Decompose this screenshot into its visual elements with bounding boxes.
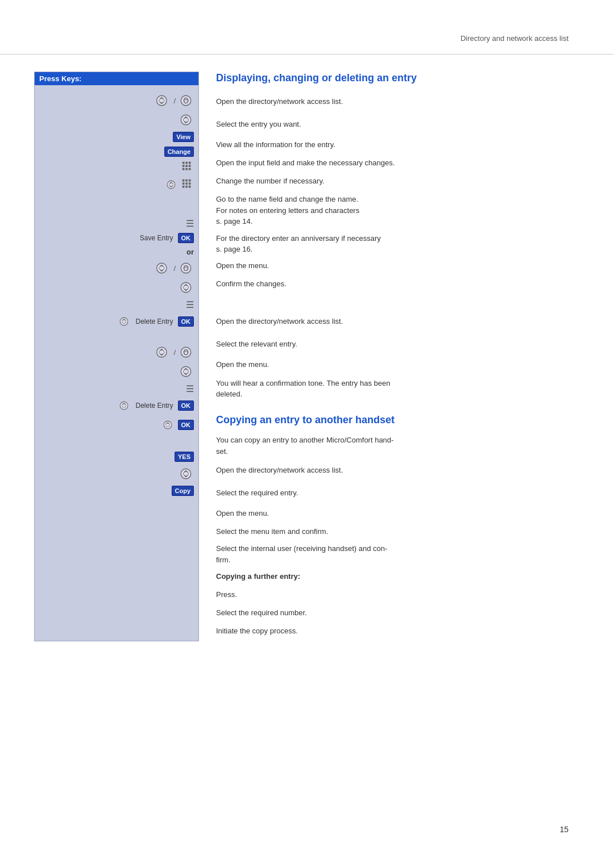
key-row-nav-single-1 xyxy=(35,110,198,130)
svg-rect-10 xyxy=(189,162,191,164)
menu-icon-3: ☰ xyxy=(186,383,194,394)
ok-key-3[interactable]: OK xyxy=(178,400,194,411)
s2-instr-text-3: Open the menu. xyxy=(216,508,580,519)
or-divider: or xyxy=(35,245,198,258)
section1-title: Displaying, changing or deleting an entr… xyxy=(216,72,580,85)
save-entry-label: Save Entry xyxy=(140,234,173,242)
nav-single-icon-4 xyxy=(178,466,194,482)
instr-text-11: Open the menu. xyxy=(216,359,580,370)
s2-instr-row-6: Press. xyxy=(216,587,580,602)
key-row-menu-2: ☰ xyxy=(35,297,198,312)
nav-dual-icon-3 xyxy=(155,344,171,360)
svg-rect-20 xyxy=(185,180,188,182)
instr-row-6: Go to the name field and change the name… xyxy=(216,191,580,227)
key-row-nav-ok: OK xyxy=(35,415,198,435)
copy-key[interactable]: Copy xyxy=(172,486,194,496)
instr-row-9: Open the directory/network access list. xyxy=(216,312,580,331)
s2-instr-text-8: Initiate the copy process. xyxy=(216,625,580,637)
svg-rect-23 xyxy=(185,182,188,185)
nav-small-icon xyxy=(163,177,179,193)
key-row-yes: YES xyxy=(35,449,198,464)
s2-instr-text-5: Select the internal user (receiving hand… xyxy=(216,543,580,565)
s2-instr-text-1: Open the directory/network access list. xyxy=(216,465,580,476)
or-spacer xyxy=(216,295,580,312)
page-number: 15 xyxy=(559,825,569,834)
nav-confirm-icon xyxy=(160,417,176,433)
key-row-nav-single-4 xyxy=(35,464,198,483)
svg-rect-22 xyxy=(182,182,185,185)
instr-text-2: Select the entry you want. xyxy=(216,119,580,130)
key-row-menu-3: ☰ xyxy=(35,381,198,396)
instr-row-4: Open the input field and make the necess… xyxy=(216,155,580,170)
svg-rect-14 xyxy=(182,168,185,170)
ok-key-2[interactable]: OK xyxy=(178,316,194,327)
instr-text-6b: For the directory enter an anniversary i… xyxy=(216,233,580,255)
instr-text-5: Change the number if necessary. xyxy=(216,176,580,187)
nav-dual-icon-1 xyxy=(155,93,171,108)
svg-rect-24 xyxy=(189,182,191,185)
s2-instr-row-2: Select the required entry. xyxy=(216,483,580,502)
instr-text-4: Open the input field and make the necess… xyxy=(216,157,580,169)
yes-key[interactable]: YES xyxy=(175,452,194,462)
s2-instr-row-7: Select the required number. xyxy=(216,605,580,620)
key-row-change: Change xyxy=(35,144,198,159)
key-row-nav-dual-1: / xyxy=(35,91,198,110)
svg-rect-15 xyxy=(185,168,188,170)
delete-entry-label-1: Delete Entry xyxy=(135,318,173,326)
svg-rect-26 xyxy=(185,186,188,188)
instr-row-10: Select the relevant entry. xyxy=(216,335,580,354)
instr-text-8: Confirm the changes. xyxy=(216,278,580,290)
nav-delete-icon-2 xyxy=(116,398,132,414)
s2-instr-text-6: Press. xyxy=(216,589,580,600)
instr-row-1: Open the directory/network access list. xyxy=(216,91,580,111)
svg-point-40 xyxy=(181,347,191,357)
section2-title: Copying an entry to another handset xyxy=(216,414,580,427)
ok-key-4[interactable]: OK xyxy=(178,420,194,430)
svg-rect-21 xyxy=(189,180,191,182)
instr-text-3: View all the information for the entry. xyxy=(216,139,580,151)
key-row-numpad xyxy=(35,159,198,175)
section2-instructions: You can copy an entry to another Micro/C… xyxy=(216,433,580,638)
nav-single-icon-3 xyxy=(178,364,194,379)
nav-delete-icon-1 xyxy=(116,314,132,329)
svg-rect-16 xyxy=(189,168,191,170)
view-key[interactable]: View xyxy=(173,132,194,142)
ok-key-1[interactable]: OK xyxy=(178,233,194,243)
section-spacer-1 xyxy=(35,331,198,343)
instr-row-3: View all the information for the entry. xyxy=(216,137,580,152)
s2-instr-text-2: Select the required entry. xyxy=(216,487,580,499)
instr-text-10: Select the relevant entry. xyxy=(216,339,580,350)
s2-instr-row-8: Initiate the copy process. xyxy=(216,623,580,638)
s2-instr-text-7: Select the required number. xyxy=(216,607,580,619)
nav-book-icon-1 xyxy=(178,93,194,108)
svg-rect-27 xyxy=(189,186,191,188)
key-row-nav-dual-2: / xyxy=(35,258,198,278)
key-row-nav-numpad xyxy=(35,175,198,194)
instr-text-1: Open the directory/network access list. xyxy=(216,96,580,107)
menu-icon-2: ☰ xyxy=(186,299,194,310)
slash-separator-1: / xyxy=(173,97,176,105)
svg-rect-9 xyxy=(185,162,188,164)
svg-rect-25 xyxy=(182,186,185,188)
svg-rect-13 xyxy=(189,165,191,167)
s2-instr-intro: You can copy an entry to another Micro/C… xyxy=(216,433,580,457)
instr-row-5: Change the number if necessary. xyxy=(216,173,580,188)
key-row-menu-1: ☰ xyxy=(35,216,198,231)
instr-text-6: Go to the name field and change the name… xyxy=(216,194,580,227)
nav-book-icon-3 xyxy=(178,344,194,360)
svg-rect-12 xyxy=(185,165,188,167)
key-row-delete-entry-2: Delete Entry OK xyxy=(35,396,198,415)
key-row-empty-bold xyxy=(35,435,198,449)
change-key[interactable]: Change xyxy=(164,147,194,157)
menu-icon-1: ☰ xyxy=(186,218,194,229)
press-keys-header: Press Keys: xyxy=(35,72,198,85)
main-content: Press Keys: / xyxy=(0,72,614,641)
instr-row-8: Confirm the changes. xyxy=(216,277,580,291)
svg-rect-19 xyxy=(182,180,185,182)
nav-single-icon-2 xyxy=(178,279,194,295)
instr-row-11: Open the menu. xyxy=(216,357,580,372)
s2-instr-row-1: Open the directory/network access list. xyxy=(216,460,580,479)
key-row-nav-single-2 xyxy=(35,278,198,297)
svg-rect-8 xyxy=(182,162,185,164)
key-row-empty-anniversary xyxy=(35,194,198,216)
